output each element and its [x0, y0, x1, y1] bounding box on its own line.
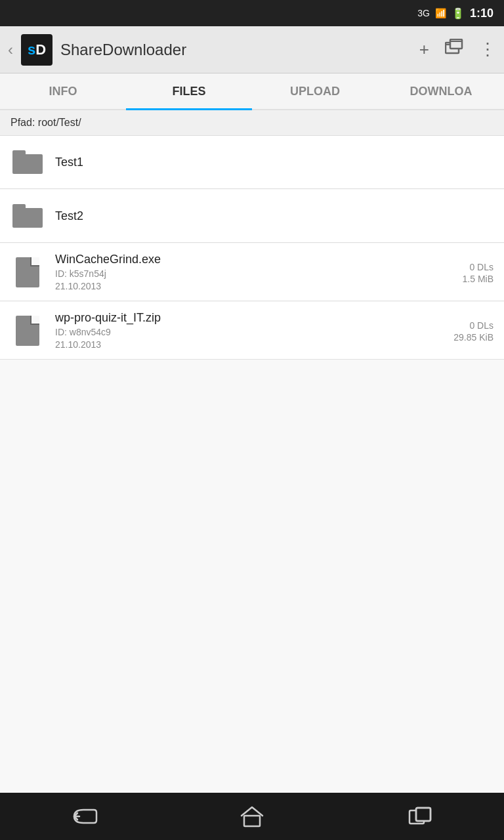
file-date: 21.10.2013: [55, 281, 463, 291]
menu-icon[interactable]: ⋮: [479, 39, 496, 60]
file-info: wp-pro-quiz-it_IT.zip ID: w8nv54c9 21.10…: [55, 311, 453, 350]
file-info: Test1: [55, 156, 494, 169]
app-logo: sD: [21, 34, 52, 66]
battery-icon: 🔋: [452, 7, 465, 20]
bottom-nav: [0, 793, 504, 840]
app-bar: ‹ sD ShareDownloader + ⋮: [0, 26, 504, 74]
back-arrow-icon[interactable]: ‹: [8, 41, 13, 59]
file-icon: [10, 255, 45, 289]
path-bar: Pfad: root/Test/: [0, 110, 504, 136]
app-title: ShareDownloader: [60, 41, 411, 59]
file-stats: 0 DLs 1.5 MiB: [463, 261, 494, 284]
list-item[interactable]: Test1: [0, 136, 504, 189]
file-stats: 0 DLs 29.85 KiB: [453, 319, 494, 343]
file-downloads: 0 DLs: [453, 320, 494, 331]
home-nav-button[interactable]: [236, 803, 268, 830]
file-name: Test1: [55, 156, 494, 169]
file-info: Test2: [55, 209, 494, 223]
add-folder-icon[interactable]: [445, 39, 463, 60]
file-id: ID: w8nv54c9: [55, 327, 453, 337]
network-icon: 3G: [417, 8, 430, 18]
status-time: 1:10: [470, 7, 494, 20]
list-item[interactable]: wp-pro-quiz-it_IT.zip ID: w8nv54c9 21.10…: [0, 302, 504, 360]
folder-icon: [10, 145, 45, 179]
list-item[interactable]: WinCacheGrind.exe ID: k5s7n54j 21.10.201…: [0, 243, 504, 301]
file-list: Test1 Test2 WinCacheGrind.exe ID: k5s7n5…: [0, 136, 504, 793]
path-label: Pfad: root/Test/: [10, 117, 81, 128]
file-icon: [10, 314, 45, 348]
toolbar-icons: + ⋮: [419, 39, 496, 60]
tab-info[interactable]: Info: [0, 74, 126, 109]
file-id: ID: k5s7n54j: [55, 268, 463, 279]
signal-bars-icon: 📶: [435, 8, 446, 18]
svg-rect-2: [244, 816, 260, 826]
file-size: 1.5 MiB: [463, 274, 494, 284]
file-name: WinCacheGrind.exe: [55, 253, 463, 266]
file-date: 21.10.2013: [55, 339, 453, 350]
file-size: 29.85 KiB: [453, 332, 494, 343]
file-name: Test2: [55, 209, 494, 223]
back-nav-button[interactable]: [68, 803, 100, 830]
folder-icon: [10, 199, 45, 233]
file-downloads: 0 DLs: [463, 262, 494, 272]
tab-files[interactable]: Files: [126, 74, 252, 109]
file-name: wp-pro-quiz-it_IT.zip: [55, 311, 453, 325]
add-icon[interactable]: +: [419, 39, 429, 60]
file-info: WinCacheGrind.exe ID: k5s7n54j 21.10.201…: [55, 253, 463, 291]
tab-download[interactable]: Downloa: [378, 74, 504, 109]
list-item[interactable]: Test2: [0, 190, 504, 243]
tab-bar: Info Files Upload Downloa: [0, 74, 504, 110]
svg-rect-4: [416, 808, 430, 821]
tab-upload[interactable]: Upload: [252, 74, 378, 109]
status-bar: 3G 📶 🔋 1:10: [0, 0, 504, 26]
recents-nav-button[interactable]: [404, 803, 436, 830]
